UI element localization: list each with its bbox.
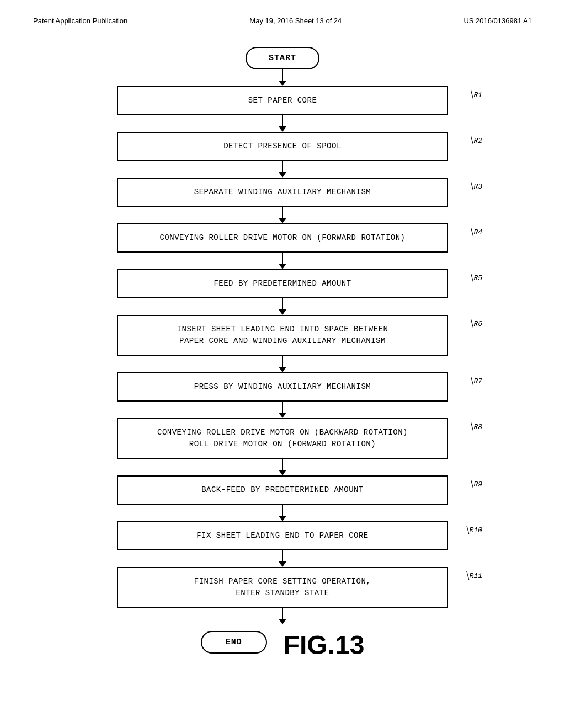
arrow-line — [282, 608, 283, 619]
arrow-head — [279, 264, 286, 269]
step-r2-box: DETECT PRESENCE OF SPOOL — [117, 132, 448, 161]
arrow-head — [279, 81, 286, 86]
arrow-head — [279, 516, 286, 521]
step-r11-wrapper: FINISH PAPER CORE SETTING OPERATION,ENTE… — [33, 567, 532, 608]
arrow-6 — [117, 356, 448, 372]
step-r11-label: ╲R11 — [465, 571, 482, 580]
step-r7-wrapper: PRESS BY WINDING AUXILIARY MECHANISM ╲R7 — [33, 372, 532, 402]
fig-label: FIG.13 — [284, 630, 365, 660]
arrow-head — [279, 619, 286, 624]
arrow-8 — [117, 459, 448, 475]
arrow-line — [282, 161, 283, 172]
page: Patent Application Publication May 19, 2… — [0, 0, 565, 728]
arrow-1 — [117, 115, 448, 132]
step-r1-label: ╲R1 — [470, 90, 482, 99]
step-r8-wrapper: CONVEYING ROLLER DRIVE MOTOR ON (BACKWAR… — [33, 418, 532, 459]
arrow-line — [282, 459, 283, 470]
step-r11-box: FINISH PAPER CORE SETTING OPERATION,ENTE… — [117, 567, 448, 608]
step-r3-wrapper: SEPARATE WINDING AUXILIARY MECHANISM ╲R3 — [33, 178, 532, 207]
flowchart: START SET PAPER CORE ╲R1 DETECT PRESENCE… — [33, 47, 532, 660]
arrow-2 — [117, 161, 448, 178]
step-r1-wrapper: SET PAPER CORE ╲R1 — [33, 86, 532, 115]
arrow-line — [282, 115, 283, 126]
step-r4-wrapper: CONVEYING ROLLER DRIVE MOTOR ON (FORWARD… — [33, 223, 532, 253]
step-r5-wrapper: FEED BY PREDETERMINED AMOUNT ╲R5 — [33, 269, 532, 298]
arrow-3 — [117, 207, 448, 223]
step-r4-box: CONVEYING ROLLER DRIVE MOTOR ON (FORWARD… — [117, 223, 448, 253]
step-r8-label: ╲R8 — [470, 422, 482, 431]
step-r7-label: ╲R7 — [470, 377, 482, 386]
step-r5-label: ╲R5 — [470, 274, 482, 282]
arrow-5 — [117, 298, 448, 315]
step-r1-box: SET PAPER CORE — [117, 86, 448, 115]
step-r2-wrapper: DETECT PRESENCE OF SPOOL ╲R2 — [33, 132, 532, 161]
arrow-line — [282, 505, 283, 516]
step-r3-label: ╲R3 — [470, 182, 482, 191]
header-center: May 19, 2016 Sheet 13 of 24 — [249, 17, 342, 25]
arrow-head — [279, 126, 286, 132]
step-r6-box: INSERT SHEET LEADING END INTO SPACE BETW… — [117, 315, 448, 356]
step-r10-wrapper: FIX SHEET LEADING END TO PAPER CORE ╲R10 — [33, 521, 532, 550]
arrow-line — [282, 298, 283, 309]
arrow-line — [282, 69, 283, 81]
arrow-4 — [117, 253, 448, 269]
step-r9-box: BACK-FEED BY PREDETERMINED AMOUNT — [117, 475, 448, 505]
arrow-head — [279, 561, 286, 567]
arrow-9 — [117, 505, 448, 521]
arrow-11 — [117, 608, 448, 624]
arrow-10 — [117, 550, 448, 567]
arrow-head — [279, 218, 286, 223]
step-r6-wrapper: INSERT SHEET LEADING END INTO SPACE BETW… — [33, 315, 532, 356]
arrow-line — [282, 207, 283, 218]
arrow-head — [279, 470, 286, 475]
end-row: END FIG.13 — [201, 624, 365, 660]
step-r5-box: FEED BY PREDETERMINED AMOUNT — [117, 269, 448, 298]
step-r4-label: ╲R4 — [470, 228, 482, 237]
arrow-line — [282, 253, 283, 264]
step-r7-box: PRESS BY WINDING AUXILIARY MECHANISM — [117, 372, 448, 402]
arrow-0 — [117, 69, 448, 86]
step-r9-wrapper: BACK-FEED BY PREDETERMINED AMOUNT ╲R9 — [33, 475, 532, 505]
step-r6-label: ╲R6 — [470, 319, 482, 328]
arrow-head — [279, 367, 286, 372]
arrow-head — [279, 413, 286, 418]
start-box: START — [246, 47, 319, 69]
step-r8-box: CONVEYING ROLLER DRIVE MOTOR ON (BACKWAR… — [117, 418, 448, 459]
page-header: Patent Application Publication May 19, 2… — [33, 17, 532, 25]
arrow-head — [279, 309, 286, 315]
step-r3-box: SEPARATE WINDING AUXILIARY MECHANISM — [117, 178, 448, 207]
arrow-7 — [117, 402, 448, 418]
step-r2-label: ╲R2 — [470, 136, 482, 145]
arrow-line — [282, 402, 283, 413]
end-box: END — [201, 631, 267, 654]
header-left: Patent Application Publication — [33, 17, 127, 25]
arrow-line — [282, 550, 283, 561]
step-r10-box: FIX SHEET LEADING END TO PAPER CORE — [117, 521, 448, 550]
arrow-head — [279, 172, 286, 178]
header-right: US 2016/0136981 A1 — [463, 17, 532, 25]
arrow-line — [282, 356, 283, 367]
step-r10-label: ╲R10 — [465, 526, 482, 534]
start-wrapper: START — [33, 47, 532, 69]
step-r9-label: ╲R9 — [470, 480, 482, 489]
